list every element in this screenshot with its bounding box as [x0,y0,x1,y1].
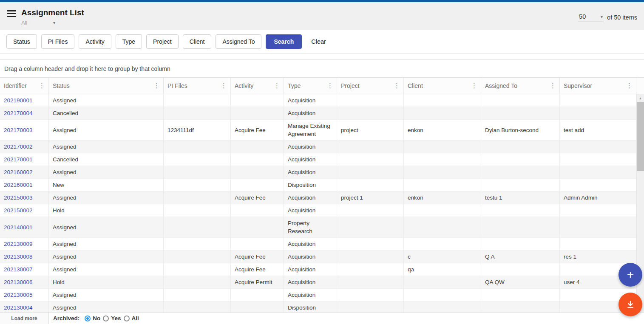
column-menu-icon[interactable]: ⋮ [549,82,557,90]
grid-footer: Load more Archived: NoYesAll [0,312,644,324]
column-menu-icon[interactable]: ⋮ [220,82,228,90]
column-header-client[interactable]: Client⋮ [404,78,481,94]
filter-button-client[interactable]: Client [183,34,212,49]
table-row[interactable]: 202140001 Assigned Property Research [0,217,636,238]
table-row[interactable]: 202130004 Assigned Disposition [0,301,636,312]
table-row[interactable]: 202150003 Assigned Acquire Fee Acquisiti… [0,192,636,204]
cell-activity: Acquire Fee [231,251,284,263]
scrollbar-thumb[interactable] [637,102,644,171]
column-header-type[interactable]: Type⋮ [284,78,337,94]
identifier-link[interactable]: 202170004 [0,107,49,120]
table-row[interactable]: 202170001 Cancelled Acquisition [0,153,636,166]
cell-client [404,289,481,301]
cell-activity [231,179,284,192]
load-more-button[interactable]: Load more [0,313,49,324]
column-header-pi-files[interactable]: PI Files⋮ [164,78,231,94]
cell-client [404,153,481,166]
spacer [0,54,644,59]
column-menu-icon[interactable]: ⋮ [153,82,161,90]
identifier-link[interactable]: 202130009 [0,238,49,251]
hamburger-menu-icon[interactable] [7,10,16,17]
column-header-activity[interactable]: Activity⋮ [231,78,284,94]
identifier-link[interactable]: 202150003 [0,192,49,204]
table-row[interactable]: 202130008 Assigned Acquire Fee Acquisiti… [0,251,636,263]
identifier-link[interactable]: 202130004 [0,301,49,312]
table-row[interactable]: 202190001 Assigned Acquisition [0,94,636,107]
radio-selected-icon[interactable] [85,316,91,321]
search-button[interactable]: Search [266,34,302,49]
add-button[interactable]: + [618,263,642,287]
table-row[interactable]: 202160001 New Disposition [0,179,636,192]
cell-type: Acquisition [284,251,337,263]
plus-icon: + [627,269,634,281]
column-header-project[interactable]: Project⋮ [337,78,404,94]
cell-type: Acquisition [284,263,337,276]
cell-pi-files [164,141,231,153]
column-title: Supervisor [564,82,592,89]
column-menu-icon[interactable]: ⋮ [326,82,334,90]
download-button[interactable] [618,293,642,316]
identifier-link[interactable]: 202160001 [0,179,49,192]
column-menu-icon[interactable]: ⋮ [273,82,281,90]
identifier-link[interactable]: 202170002 [0,141,49,153]
table-row[interactable]: 202130009 Assigned Acquisition [0,238,636,251]
cell-project [337,276,404,289]
filter-button-project[interactable]: Project [146,34,179,49]
cell-project [337,204,404,217]
identifier-link[interactable]: 202130006 [0,276,49,289]
archived-radio-all[interactable]: All [124,315,139,321]
identifier-link[interactable]: 202170003 [0,120,49,141]
archived-radio-no[interactable]: No [85,315,100,321]
cell-client [404,94,481,107]
identifier-link[interactable]: 202190001 [0,94,49,107]
column-header-identifier[interactable]: Identifier⋮ [0,78,49,94]
column-menu-icon[interactable]: ⋮ [470,82,478,90]
identifier-link[interactable]: 202170001 [0,153,49,166]
grid-rows: 202190001 Assigned Acquisition 202170004… [0,94,636,312]
identifier-link[interactable]: 202130007 [0,263,49,276]
scroll-up-arrow-icon[interactable]: ▲ [637,94,644,102]
clear-button[interactable]: Clear [306,35,331,48]
column-header-assigned-to[interactable]: Assigned To⋮ [481,78,560,94]
column-menu-icon[interactable]: ⋮ [393,82,401,90]
table-row[interactable]: 202160002 Assigned Acquisition [0,166,636,179]
table-row[interactable]: 202130007 Assigned Acquire Fee Acquisiti… [0,263,636,276]
cell-type: Disposition [284,179,337,192]
filter-button-status[interactable]: Status [6,34,37,49]
cell-activity [231,204,284,217]
table-row[interactable]: 202150002 Hold Acquisition [0,204,636,217]
cell-activity: Acquire Permit [231,276,284,289]
table-row[interactable]: 202170002 Assigned Acquisition [0,141,636,153]
radio-unselected-icon[interactable] [124,316,130,321]
cell-activity [231,238,284,251]
identifier-link[interactable]: 202130005 [0,289,49,301]
identifier-link[interactable]: 202150002 [0,204,49,217]
column-header-status[interactable]: Status⋮ [49,78,164,94]
cell-type: Manage Existing Agreement [284,120,337,141]
cell-project [337,166,404,179]
table-row[interactable]: 202130006 Hold Acquire Permit Acquisitio… [0,276,636,289]
column-menu-icon[interactable]: ⋮ [625,82,633,90]
table-row[interactable]: 202170004 Cancelled Acquisition [0,107,636,120]
radio-unselected-icon[interactable] [103,316,109,321]
column-menu-icon[interactable]: ⋮ [38,82,46,90]
column-title: Assigned To [485,82,517,89]
filter-button-assigned-to[interactable]: Assigned To [216,34,261,49]
identifier-link[interactable]: 202140001 [0,217,49,238]
filter-button-type[interactable]: Type [116,34,142,49]
page-size-select[interactable]: 50 ▾ [578,12,604,22]
identifier-link[interactable]: 202130008 [0,251,49,263]
group-by-hint: Drag a column header and drop it here to… [4,65,170,72]
identifier-link[interactable]: 202160002 [0,166,49,179]
archived-radio-yes[interactable]: Yes [103,315,121,321]
cell-supervisor [560,204,636,217]
list-filter-dropdown[interactable]: All ▾ [21,20,55,26]
table-row[interactable]: 202170003 Assigned 1234111df Acquire Fee… [0,120,636,141]
column-header-supervisor[interactable]: Supervisor⋮ [560,78,636,94]
group-by-panel[interactable]: Drag a column header and drop it here to… [0,59,644,78]
cell-activity [231,166,284,179]
filter-button-pi-files[interactable]: PI Files [41,34,75,49]
filter-button-activity[interactable]: Activity [79,34,111,49]
table-row[interactable]: 202130005 Assigned Acquisition [0,289,636,301]
cell-type: Property Research [284,217,337,238]
